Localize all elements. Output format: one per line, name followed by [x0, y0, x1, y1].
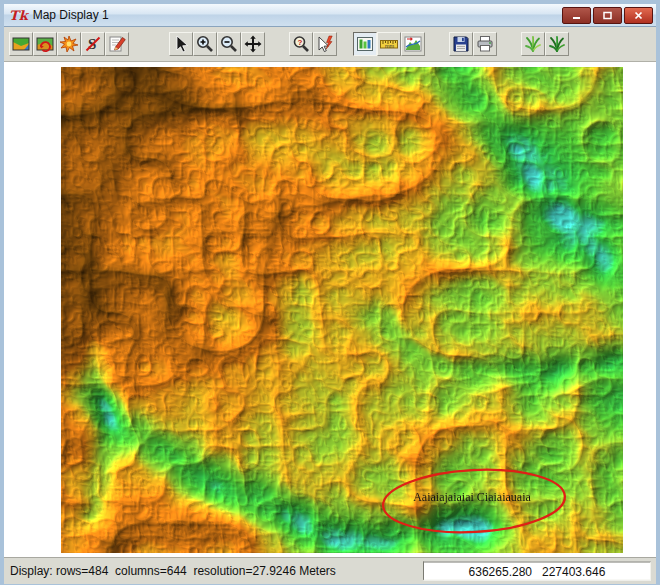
display-map-icon	[11, 34, 31, 54]
pointer-icon	[171, 34, 191, 54]
display-map-button[interactable]	[9, 32, 33, 56]
overlay-panel-icon	[355, 34, 375, 54]
pan-icon	[243, 34, 263, 54]
query-icon: ?	[291, 34, 311, 54]
save-floppy-icon	[451, 34, 471, 54]
grass-tools-button[interactable]	[521, 32, 545, 56]
pointer-tool-button[interactable]	[169, 32, 193, 56]
window-controls	[562, 7, 653, 24]
tk-app-icon: Tk	[9, 9, 28, 22]
profile-chart-icon	[403, 34, 423, 54]
toolbar: S	[4, 27, 656, 62]
elevation-raster-map[interactable]	[61, 67, 623, 553]
close-button[interactable]	[624, 7, 653, 24]
profile-tool-button[interactable]	[401, 32, 425, 56]
coordinate-display: 636265.280 227403.646	[423, 562, 651, 581]
pan-tool-button[interactable]	[241, 32, 265, 56]
erase-display-icon	[59, 34, 79, 54]
measure-ruler-icon: mm	[379, 34, 399, 54]
zoom-in-tool-button[interactable]	[193, 32, 217, 56]
overlay-panel-button[interactable]	[353, 32, 377, 56]
close-icon	[634, 11, 643, 20]
map-display-window: Tk Map Display 1	[0, 0, 660, 585]
cancel-draw-button[interactable]: S	[81, 32, 105, 56]
svg-text:mm: mm	[385, 43, 395, 49]
edit-overlay-button[interactable]	[105, 32, 129, 56]
query-feature-icon	[315, 34, 335, 54]
redraw-button[interactable]	[33, 32, 57, 56]
window-title: Map Display 1	[33, 8, 109, 22]
title-bar[interactable]: Tk Map Display 1	[4, 4, 656, 27]
print-icon	[475, 34, 495, 54]
measure-tool-button[interactable]: mm	[377, 32, 401, 56]
edit-pencil-icon	[107, 34, 127, 54]
svg-text:?: ?	[298, 38, 303, 47]
grass-modules-button[interactable]	[545, 32, 569, 56]
grass-tools-icon	[523, 34, 543, 54]
map-canvas-area[interactable]: Aaiaiajaiaiai Ciaiaiauaia	[4, 62, 656, 557]
status-bar: Display: rows=484 columns=644 resolution…	[4, 557, 656, 584]
maximize-button[interactable]	[593, 7, 622, 24]
maximize-icon	[603, 11, 612, 20]
minimize-button[interactable]	[562, 7, 591, 24]
query-tool-button[interactable]: ?	[289, 32, 313, 56]
display-info: Display: rows=484 columns=644 resolution…	[10, 564, 336, 578]
print-display-button[interactable]	[473, 32, 497, 56]
grass-modules-icon	[547, 34, 567, 54]
save-display-button[interactable]	[449, 32, 473, 56]
redraw-map-icon	[35, 34, 55, 54]
annotation-text: Aaiaiajaiaiai Ciaiaiauaia	[413, 490, 531, 505]
zoom-out-tool-button[interactable]	[217, 32, 241, 56]
query-feature-button[interactable]	[313, 32, 337, 56]
erase-button[interactable]	[57, 32, 81, 56]
minimize-icon	[572, 11, 581, 20]
cancel-draw-icon: S	[83, 34, 103, 54]
zoom-in-icon	[195, 34, 215, 54]
zoom-out-icon	[219, 34, 239, 54]
